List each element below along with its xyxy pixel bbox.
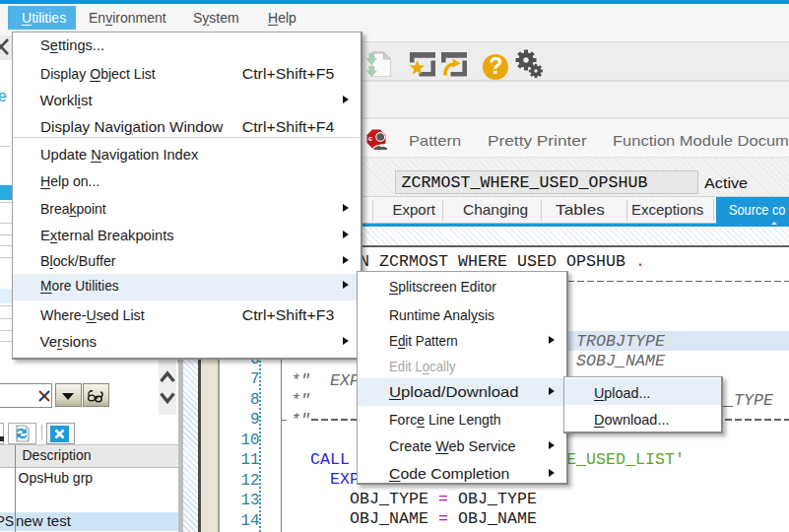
svg-text:c: c xyxy=(368,134,372,143)
